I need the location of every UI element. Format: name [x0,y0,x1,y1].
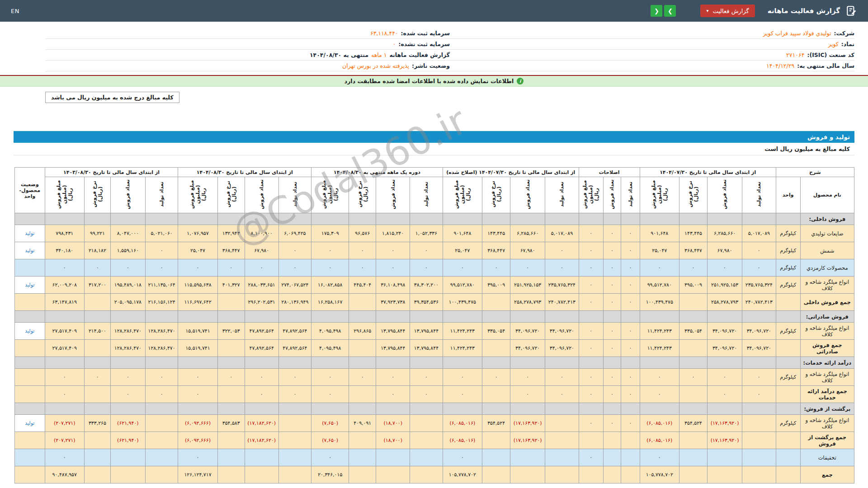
value-cell: ۰ [510,259,545,277]
value-cell: ۰ [640,449,679,466]
value-cell: ۰ [708,369,742,386]
value-cell: ۰ [376,369,410,386]
value-cell: ۰ [443,369,482,386]
value-cell: ۱۵,۵۱۹,۷۴۱ [178,340,217,357]
column-group-header: از ابتدای سال مالی تا تاریخ ۱۴۰۴/۰۷/۳۰ (… [443,168,579,177]
empty-cell [349,311,376,323]
value-cell: (۱۷,۱۶۳,۹۲۰) [510,432,545,449]
value-cell [145,415,178,432]
value-cell: (۷,۶۵۰) [311,432,349,449]
value-cell [742,432,776,449]
table-row: جمع برگشت از فروش(۱۷,۱۶۳,۹۲۰)(۶,۰۸۵,۰۱۶)… [15,432,854,449]
value-cell: ۰ [545,386,579,403]
value-cell: (۱۷,۱۶۳,۹۲۰) [708,432,742,449]
value-cell: ۰ [510,369,545,386]
product-name-cell: ضایعات تولیدي [800,225,854,242]
page: { "topbar": { "en": "EN", "title": "گزار… [0,0,868,488]
product-status-cell [15,259,45,277]
empty-cell [679,213,707,225]
value-cell: ۰ [579,449,603,466]
company-name-link[interactable]: تولیدي فولاد سپید فراب کویر [763,30,831,37]
empty-cell [245,403,278,415]
value-cell: ۲۸۸,۰۳۳,۶۵۱ [245,277,278,294]
empty-cell [311,357,349,369]
empty-cell [84,213,110,225]
empty-cell [15,403,45,415]
column-header: نرخ فروش (ریال) [84,177,110,213]
empty-cell [579,213,603,225]
value-cell: ۰ [349,369,376,386]
value-cell: ۱۲۸,۲۸۶,۴۷۰ [145,340,178,357]
value-cell: ۰ [376,386,410,403]
empty-cell [311,311,349,323]
section-header: تولید و فروش [14,131,854,143]
prev-period-button[interactable]: ❮ [651,5,662,17]
value-cell: ۳۷,۹۲۳,۷۳۸ [376,294,410,311]
value-cell [376,466,410,483]
value-cell: ۱۰۰,۴۳۹,۴۷۵ [640,294,679,311]
column-header: تعداد فروش [603,177,621,213]
value-cell: ۰ [110,369,145,386]
next-period-button[interactable]: ❯ [664,5,676,17]
value-cell: ۲۷۴,۰۶۷,۵۲۴ [278,277,311,294]
value-cell: ۲۸۰,۱۳۶,۹۴۹ [278,294,311,311]
value-cell: ۰ [579,242,603,259]
column-header: مبلغ فروش (میلیون ریال) [443,177,482,213]
value-cell [145,449,178,466]
value-cell: ۹۰,۴۸۷,۹۵۷ [45,466,84,483]
fiscal-year-label: سال مالی منتهی به: [797,62,854,69]
value-cell: ۰ [510,386,545,403]
symbol-link[interactable]: کویر [828,41,839,47]
value-cell [742,466,776,483]
empty-cell [84,311,110,323]
table-row: جمع فروش صادراتی۳۴,۰۹۶,۷۲۰۳۴,۰۹۶,۷۲۰۱۱,۴… [15,340,854,357]
empty-cell [245,213,278,225]
empty-cell [482,213,510,225]
unit-cell: کیلوگرم [776,369,800,386]
empty-cell [621,213,640,225]
value-cell [217,466,245,483]
value-cell: ۱,۵۵۹,۱۶۰ [110,242,145,259]
product-name-cell: انواع میلگرد شاخه و کلاف [800,277,854,294]
value-cell: ۰ [579,259,603,277]
value-cell: ۹۰۱,۶۴۸ [443,225,482,242]
value-cell: ۳۶۸,۴۴۷ [482,242,510,259]
value-cell: ۰ [245,259,278,277]
value-cell: ۱۳,۷۹۵,۸۴۴ [410,340,443,357]
value-cell: ۶۲,۰۰۹,۲۰۸ [45,277,84,294]
chevron-down-icon: ▾ [706,9,708,13]
value-cell: (۶,۰۸۵,۰۱۶) [640,432,679,449]
value-cell: ۲۷,۵۱۷,۴۰۹ [45,340,84,357]
value-cell: ۵,۰۲۱,۰۶۰ [145,225,178,242]
empty-cell [376,403,410,415]
value-cell: ۰ [178,386,217,403]
value-cell: ۰ [621,242,640,259]
value-cell: ۱۳۲,۹۴۳ [217,225,245,242]
empty-cell [482,311,510,323]
product-name-cell: جمع فروش داخلی [800,294,854,311]
value-cell: ۲۹۶,۲۰۲,۵۳۱ [245,294,278,311]
value-cell: ۳۹,۳۵۴,۵۳۶ [410,294,443,311]
value-cell: ۳۱۷,۲۰۰ [84,277,110,294]
column-group-header: وضعیت محصول- واحد [15,168,45,213]
value-cell [110,449,145,466]
column-group-header: از ابتدای سال مالی تا تاریخ ۱۴۰۴/۰۸/۳۰ [178,168,311,177]
isic-label: کد صنعت (ISIC): [807,52,854,58]
activity-report-button[interactable]: گزارش فعالیت ▾ [700,5,755,17]
value-cell [742,415,776,432]
company-row: کد صنعت (ISIC): ۲۷۱۰۶۴ [450,50,854,61]
language-toggle[interactable]: EN [11,8,19,14]
value-cell: ۰ [349,259,376,277]
value-cell: ۰ [640,259,679,277]
value-cell [278,432,311,449]
empty-cell [708,403,742,415]
empty-cell [245,357,278,369]
value-cell: ۰ [311,242,349,259]
empty-cell [776,213,800,225]
value-cell: ۳۴,۰۹۶,۷۲۰ [742,340,776,357]
value-cell: ۳۳۵,۰۵۴ [482,323,510,340]
value-cell: (۷,۶۵۰) [311,415,349,432]
value-cell: ۰ [45,259,84,277]
value-cell: ۶۷,۹۸۰ [708,242,742,259]
product-name-cell: جمع [800,466,854,483]
